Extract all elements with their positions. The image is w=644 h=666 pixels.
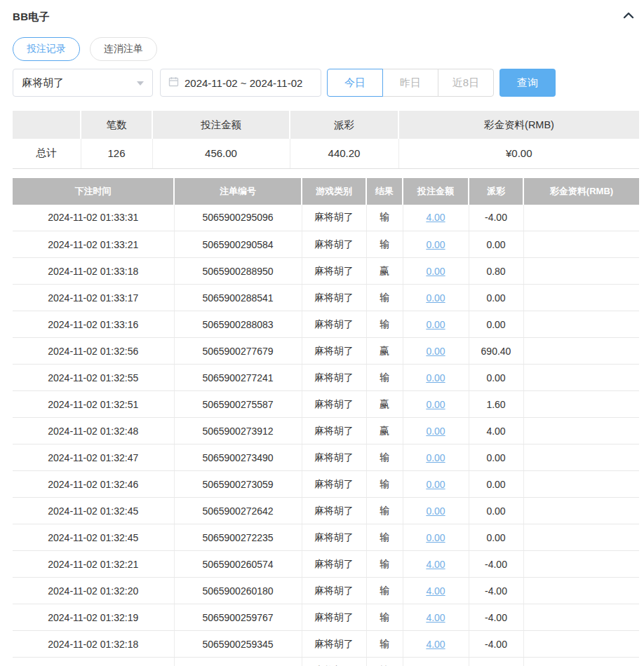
bonus-cell <box>523 231 639 258</box>
table-row: 2024-11-02 01:32:18 5065900259345 麻将胡了 输… <box>13 631 639 658</box>
result-cell: 输 <box>366 311 403 338</box>
game-type-cell: 麻将胡了 <box>302 391 366 418</box>
table-row: 2024-11-02 01:32:47 5065900273490 麻将胡了 输… <box>13 444 639 471</box>
table-row: 2024-11-02 01:32:21 5065900260574 麻将胡了 输… <box>13 551 639 578</box>
bet-amount-link[interactable]: 4.00 <box>426 585 445 597</box>
quick-today-button[interactable]: 今日 <box>327 69 383 97</box>
bet-amount-link[interactable]: 0.00 <box>426 426 445 437</box>
bonus-cell <box>523 444 639 471</box>
summary-total-bet-amount: 456.00 <box>152 139 290 168</box>
result-cell: 输 <box>366 604 403 631</box>
bet-amount-link[interactable]: 0.00 <box>426 346 445 357</box>
order-number-cell: 5065900288083 <box>174 311 302 338</box>
bonus-cell <box>523 658 639 666</box>
quick-date-group: 今日 昨日 近8日 <box>327 69 494 97</box>
col-header-bet-time: 下注时间 <box>13 178 174 205</box>
quick-yesterday-button[interactable]: 昨日 <box>382 69 438 97</box>
bet-amount-cell: 4.00 <box>403 551 469 578</box>
order-number-cell: 5065900272642 <box>174 498 302 524</box>
table-row: 2024-11-02 01:32:46 5065900273059 麻将胡了 输… <box>13 471 639 498</box>
table-row: 2024-11-02 01:33:18 5065900288950 麻将胡了 赢… <box>13 258 639 285</box>
table-row: 2024-11-02 01:32:20 5065900260180 麻将胡了 输… <box>13 578 639 604</box>
result-cell: 赢 <box>366 338 403 365</box>
collapse-button[interactable] <box>622 11 635 23</box>
col-header-order-number: 注单编号 <box>174 178 302 205</box>
bet-amount-link[interactable]: 0.00 <box>426 452 445 463</box>
payout-cell: 0.00 <box>469 498 523 524</box>
bet-amount-cell: 0.00 <box>403 285 469 311</box>
order-number-cell: 5065900272235 <box>174 524 302 551</box>
bet-time-cell: 2024-11-02 01:32:48 <box>13 418 174 444</box>
bet-amount-link[interactable]: 0.00 <box>426 239 445 250</box>
bet-amount-cell: 4.00 <box>403 604 469 631</box>
game-type-cell: 麻将胡了 <box>302 285 366 311</box>
result-cell: 输 <box>366 285 403 311</box>
result-cell: 输 <box>366 205 403 231</box>
game-type-cell: 麻将胡了 <box>302 498 366 524</box>
game-type-cell: 麻将胡了 <box>302 231 366 258</box>
bet-time-cell: 2024-11-02 01:33:16 <box>13 311 174 338</box>
bet-time-cell: 2024-11-02 01:32:47 <box>13 444 174 471</box>
bet-amount-link[interactable]: 4.00 <box>426 612 445 623</box>
bet-amount-link[interactable]: 0.00 <box>426 266 445 277</box>
payout-cell: -4.00 <box>469 604 523 631</box>
bet-amount-link[interactable]: 0.00 <box>426 479 445 490</box>
bet-amount-link[interactable]: 4.00 <box>426 559 445 570</box>
bet-amount-link[interactable]: 0.00 <box>426 532 445 543</box>
panel-header: BB电子 <box>13 8 639 26</box>
bet-amount-link[interactable]: 0.00 <box>426 399 445 410</box>
page-title: BB电子 <box>13 11 50 24</box>
order-number-cell: 5065900277241 <box>174 365 302 391</box>
bet-time-cell: 2024-11-02 01:32:16 <box>13 658 174 666</box>
result-cell: 输 <box>366 524 403 551</box>
game-type-cell: 麻将胡了 <box>302 471 366 498</box>
payout-cell: 0.80 <box>469 258 523 285</box>
bonus-cell <box>523 418 639 444</box>
bet-amount-cell: 4.00 <box>403 578 469 604</box>
bet-amount-link[interactable]: 0.00 <box>426 292 445 304</box>
order-number-cell: 5065900259767 <box>174 604 302 631</box>
result-cell: 赢 <box>366 258 403 285</box>
game-type-cell: 麻将胡了 <box>302 418 366 444</box>
search-button[interactable]: 查询 <box>499 69 556 97</box>
bet-amount-cell: 0.00 <box>403 524 469 551</box>
filter-bar: 麻将胡了 2024-11-02 ~ 2024-11-02 今日 昨日 近8日 查… <box>13 69 639 97</box>
table-row: 2024-11-02 01:32:45 5065900272642 麻将胡了 输… <box>13 498 639 524</box>
bonus-cell <box>523 205 639 231</box>
quick-last8days-button[interactable]: 近8日 <box>438 69 494 97</box>
bet-amount-link[interactable]: 4.00 <box>426 212 445 223</box>
payout-cell: -4.00 <box>469 631 523 658</box>
tab-cancelled-orders[interactable]: 连消注单 <box>90 37 157 61</box>
bet-amount-link[interactable]: 0.00 <box>426 505 445 517</box>
payout-cell: 0.00 <box>469 471 523 498</box>
bet-amount-link[interactable]: 0.00 <box>426 319 445 330</box>
col-header-bet-amount: 投注金额 <box>403 178 469 205</box>
bet-amount-link[interactable]: 0.00 <box>426 372 445 383</box>
game-select[interactable]: 麻将胡了 <box>13 69 153 97</box>
table-row: 2024-11-02 01:32:19 5065900259767 麻将胡了 输… <box>13 604 639 631</box>
summary-header-row: 笔数 投注金额 派彩 彩金资料(RMB) <box>13 111 639 139</box>
bet-time-cell: 2024-11-02 01:32:56 <box>13 338 174 365</box>
result-cell: 赢 <box>366 418 403 444</box>
order-number-cell: 5065900277679 <box>174 338 302 365</box>
bet-amount-cell: 0.00 <box>403 311 469 338</box>
bet-amount-cell: 4.00 <box>403 631 469 658</box>
result-cell: 输 <box>366 444 403 471</box>
bet-time-cell: 2024-11-02 01:33:31 <box>13 205 174 231</box>
table-row: 2024-11-02 01:32:48 5065900273912 麻将胡了 赢… <box>13 418 639 444</box>
game-type-cell: 麻将胡了 <box>302 338 366 365</box>
payout-cell: 0.00 <box>469 524 523 551</box>
result-cell: 输 <box>366 471 403 498</box>
payout-cell: 0.00 <box>469 231 523 258</box>
bet-amount-cell: 0.00 <box>403 498 469 524</box>
tab-bet-records[interactable]: 投注记录 <box>13 37 80 61</box>
bet-time-cell: 2024-11-02 01:32:18 <box>13 631 174 658</box>
bet-time-cell: 2024-11-02 01:33:18 <box>13 258 174 285</box>
summary-header-bet-amount: 投注金额 <box>152 111 290 139</box>
result-cell: 输 <box>366 231 403 258</box>
date-range-picker[interactable]: 2024-11-02 ~ 2024-11-02 <box>160 69 321 97</box>
order-number-cell: 5065900259345 <box>174 631 302 658</box>
bet-amount-link[interactable]: 4.00 <box>426 639 445 650</box>
bonus-cell <box>523 258 639 285</box>
table-row: 2024-11-02 01:32:45 5065900272235 麻将胡了 输… <box>13 524 639 551</box>
